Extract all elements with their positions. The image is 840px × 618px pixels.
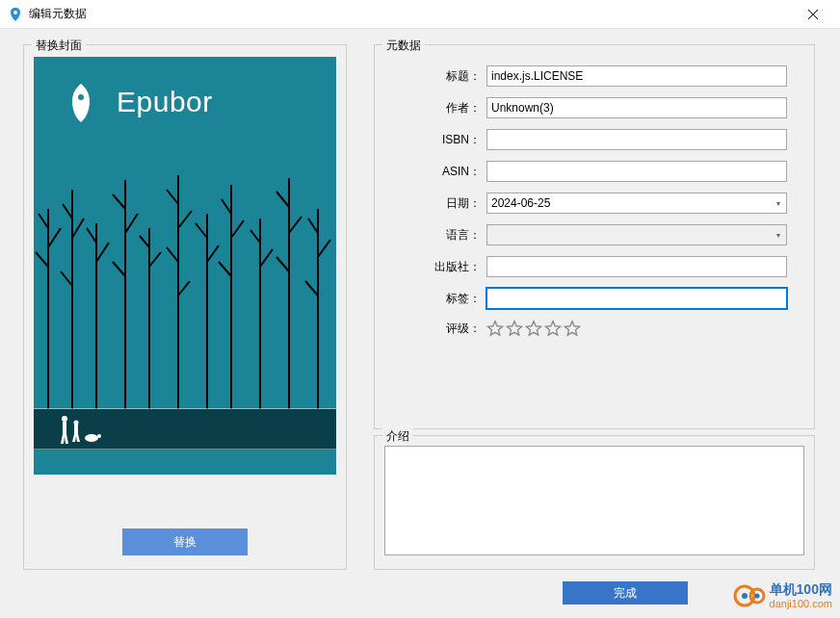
finish-row: 完成 bbox=[563, 581, 688, 605]
date-row: 日期： 2024-06-25 ▾ bbox=[384, 193, 804, 214]
replace-cover-button[interactable]: 替换 bbox=[122, 528, 248, 555]
isbn-row: ISBN： bbox=[384, 129, 804, 150]
title-row: 标题： bbox=[384, 65, 804, 87]
cover-figures-art bbox=[57, 413, 105, 446]
cover-header: Epubor bbox=[59, 80, 213, 124]
watermark: 单机100网 danji100.com bbox=[733, 579, 832, 612]
close-button[interactable] bbox=[794, 0, 832, 29]
watermark-line1: 单机100网 bbox=[770, 582, 832, 597]
metadata-fieldset: 元数据 标题： 作者： ISBN： ASIN： 日期： 2024-06-2 bbox=[374, 44, 815, 429]
titlebar-left: 编辑元数据 bbox=[8, 6, 87, 22]
language-select[interactable]: ▾ bbox=[486, 224, 787, 245]
tags-label: 标签： bbox=[384, 291, 486, 307]
asin-row: ASIN： bbox=[384, 161, 804, 182]
author-input[interactable] bbox=[486, 97, 787, 118]
watermark-icon bbox=[733, 579, 766, 612]
intro-fieldset: 介绍 bbox=[374, 435, 815, 570]
date-label: 日期： bbox=[384, 195, 486, 212]
svg-point-8 bbox=[754, 594, 759, 599]
star-icon[interactable] bbox=[544, 320, 562, 337]
watermark-line2: danji100.com bbox=[770, 598, 832, 609]
star-icon[interactable] bbox=[525, 320, 542, 337]
rating-row: 评级： bbox=[384, 320, 804, 337]
cover-brand-text: Epubor bbox=[117, 86, 213, 118]
cover-bottom-strip bbox=[34, 450, 336, 475]
window-title: 编辑元数据 bbox=[29, 6, 87, 22]
svg-point-2 bbox=[74, 421, 79, 425]
chevron-down-icon: ▾ bbox=[776, 199, 782, 208]
star-icon[interactable] bbox=[564, 320, 581, 337]
language-label: 语言： bbox=[384, 227, 486, 244]
rating-label: 评级： bbox=[384, 321, 486, 337]
close-icon bbox=[808, 10, 818, 19]
titlebar: 编辑元数据 bbox=[0, 0, 840, 29]
isbn-input[interactable] bbox=[486, 129, 787, 150]
title-input[interactable] bbox=[486, 65, 787, 87]
epubor-logo-icon bbox=[59, 80, 103, 124]
svg-point-3 bbox=[85, 434, 98, 442]
cover-image[interactable]: Epubor bbox=[34, 57, 336, 475]
content: 替换封面 Epubor bbox=[0, 29, 840, 579]
svg-point-0 bbox=[78, 94, 84, 100]
cover-fieldset: 替换封面 Epubor bbox=[23, 44, 347, 570]
publisher-input[interactable] bbox=[486, 256, 787, 277]
intro-legend: 介绍 bbox=[382, 428, 413, 445]
title-label: 标题： bbox=[384, 68, 486, 85]
tags-input[interactable] bbox=[486, 288, 787, 309]
date-select[interactable]: 2024-06-25 ▾ bbox=[486, 193, 787, 214]
cover-legend: 替换封面 bbox=[32, 38, 86, 54]
finish-button[interactable]: 完成 bbox=[563, 581, 688, 605]
asin-label: ASIN： bbox=[384, 164, 486, 180]
author-row: 作者： bbox=[384, 97, 804, 118]
publisher-row: 出版社： bbox=[384, 256, 804, 277]
language-row: 语言： ▾ bbox=[384, 224, 804, 245]
svg-point-4 bbox=[97, 434, 101, 438]
star-icon[interactable] bbox=[486, 320, 504, 337]
svg-point-6 bbox=[742, 593, 748, 599]
star-icon[interactable] bbox=[506, 320, 523, 337]
chevron-down-icon: ▾ bbox=[776, 231, 782, 240]
watermark-text: 单机100网 danji100.com bbox=[770, 582, 832, 608]
date-value: 2024-06-25 bbox=[491, 196, 550, 210]
svg-point-1 bbox=[62, 416, 67, 422]
app-icon bbox=[8, 7, 23, 22]
tags-row: 标签： bbox=[384, 288, 804, 309]
cover-trees-art bbox=[34, 170, 336, 440]
rating-stars[interactable] bbox=[486, 320, 581, 337]
isbn-label: ISBN： bbox=[384, 132, 486, 148]
right-column: 元数据 标题： 作者： ISBN： ASIN： 日期： 2024-06-2 bbox=[374, 44, 815, 570]
metadata-legend: 元数据 bbox=[382, 38, 425, 54]
asin-input[interactable] bbox=[486, 161, 787, 182]
author-label: 作者： bbox=[384, 100, 486, 116]
intro-textarea[interactable] bbox=[384, 446, 804, 555]
publisher-label: 出版社： bbox=[384, 259, 486, 275]
